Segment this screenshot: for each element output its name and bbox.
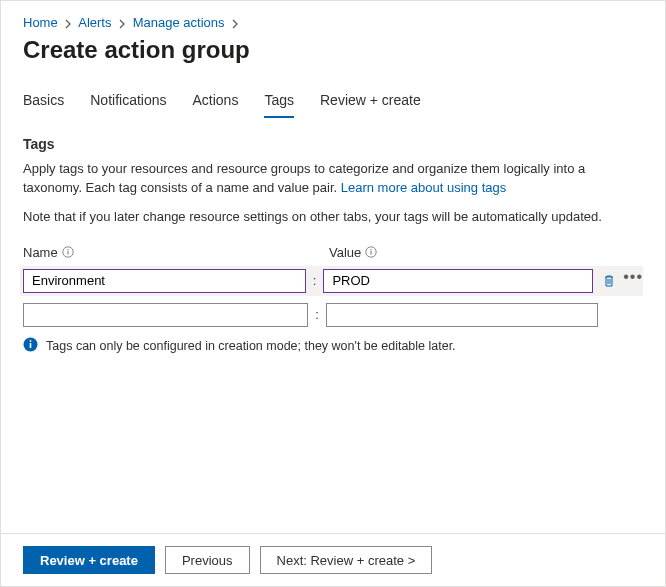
svg-rect-8 bbox=[30, 340, 32, 342]
tab-tags[interactable]: Tags bbox=[264, 86, 294, 118]
info-icon[interactable] bbox=[62, 246, 74, 258]
chevron-right-icon bbox=[117, 19, 127, 29]
breadcrumb-home[interactable]: Home bbox=[23, 15, 58, 30]
help-text-2: Note that if you later change resource s… bbox=[23, 208, 643, 227]
tag-name-input[interactable] bbox=[23, 303, 308, 327]
info-bar: Tags can only be configured in creation … bbox=[23, 337, 643, 355]
tag-value-input[interactable] bbox=[326, 303, 598, 327]
help-text-1: Apply tags to your resources and resourc… bbox=[23, 160, 643, 198]
tag-value-input[interactable] bbox=[323, 269, 593, 293]
page-title: Create action group bbox=[23, 36, 643, 64]
footer: Review + create Previous Next: Review + … bbox=[1, 533, 665, 586]
info-message: Tags can only be configured in creation … bbox=[46, 339, 456, 353]
info-icon bbox=[23, 337, 38, 355]
tab-actions[interactable]: Actions bbox=[193, 86, 239, 118]
svg-rect-7 bbox=[30, 343, 32, 348]
tag-header: Name Value bbox=[23, 245, 643, 260]
colon-separator: : bbox=[308, 307, 326, 322]
more-icon[interactable]: ••• bbox=[623, 269, 643, 285]
tag-grid: Name Value : bbox=[23, 245, 643, 355]
previous-button[interactable]: Previous bbox=[165, 546, 250, 574]
svg-rect-1 bbox=[67, 251, 68, 255]
delete-icon[interactable] bbox=[599, 271, 619, 291]
tablist: Basics Notifications Actions Tags Review… bbox=[23, 86, 643, 118]
tab-review-create[interactable]: Review + create bbox=[320, 86, 421, 118]
breadcrumb: Home Alerts Manage actions bbox=[23, 15, 643, 30]
svg-rect-2 bbox=[67, 249, 68, 250]
svg-rect-4 bbox=[371, 251, 372, 255]
info-icon[interactable] bbox=[365, 246, 377, 258]
tag-row: : bbox=[23, 303, 643, 327]
next-button[interactable]: Next: Review + create > bbox=[260, 546, 433, 574]
section-title: Tags bbox=[23, 136, 643, 152]
column-header-value: Value bbox=[329, 245, 643, 260]
breadcrumb-manage-actions[interactable]: Manage actions bbox=[133, 15, 225, 30]
tab-notifications[interactable]: Notifications bbox=[90, 86, 166, 118]
colon-separator: : bbox=[306, 273, 324, 288]
learn-more-link[interactable]: Learn more about using tags bbox=[341, 180, 507, 195]
tag-row: : ••• bbox=[20, 266, 643, 296]
main-content: Home Alerts Manage actions Create action… bbox=[1, 1, 665, 355]
breadcrumb-alerts[interactable]: Alerts bbox=[78, 15, 111, 30]
svg-rect-5 bbox=[371, 249, 372, 250]
tag-name-input[interactable] bbox=[23, 269, 306, 293]
chevron-right-icon bbox=[63, 19, 73, 29]
chevron-right-icon bbox=[230, 19, 240, 29]
column-header-name: Name bbox=[23, 245, 311, 260]
review-create-button[interactable]: Review + create bbox=[23, 546, 155, 574]
tab-basics[interactable]: Basics bbox=[23, 86, 64, 118]
